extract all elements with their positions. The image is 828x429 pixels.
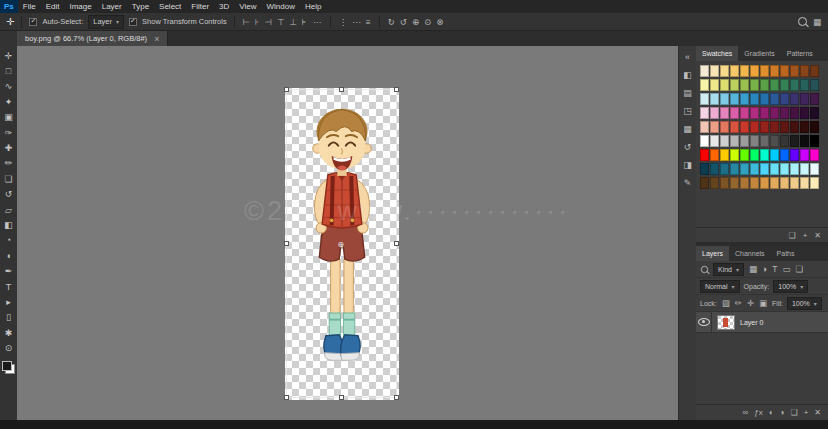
menu-item-file[interactable]: File [18, 0, 41, 13]
swatch-0-3[interactable] [730, 65, 739, 77]
path-selection-tool[interactable]: ▸ [0, 294, 17, 309]
swatch-5-2[interactable] [720, 135, 729, 147]
clone-stamp-tool[interactable]: ❏ [0, 171, 17, 186]
eraser-tool[interactable]: ▱ [0, 202, 17, 217]
distribute-icon-0[interactable]: ⋮ [338, 17, 349, 27]
swatch-1-2[interactable] [720, 79, 729, 91]
menu-item-type[interactable]: Type [127, 0, 154, 13]
swatch-7-8[interactable] [780, 163, 789, 175]
swatch-6-1[interactable] [710, 149, 719, 161]
transform-handle-top-middle[interactable] [339, 87, 344, 92]
swatch-0-5[interactable] [750, 65, 759, 77]
history-panel-icon[interactable]: ↺ [684, 142, 692, 152]
foreground-color-swatch[interactable] [2, 361, 12, 371]
swatch-3-10[interactable] [800, 107, 809, 119]
swatch-0-6[interactable] [760, 65, 769, 77]
menu-item-edit[interactable]: Edit [41, 0, 65, 13]
swatch-2-6[interactable] [760, 93, 769, 105]
menu-item-view[interactable]: View [234, 0, 261, 13]
swatch-1-10[interactable] [800, 79, 809, 91]
swatch-8-11[interactable] [810, 177, 819, 189]
color-panel-icon[interactable]: ◧ [683, 70, 692, 80]
menu-item-image[interactable]: Image [64, 0, 96, 13]
properties-panel-icon[interactable]: ▤ [683, 88, 692, 98]
swatch-0-0[interactable] [700, 65, 709, 77]
auto-select-dropdown[interactable]: Layer ▾ [88, 15, 124, 29]
canvas[interactable]: ©20·· www.············· ⊕ [17, 46, 678, 420]
tab-paths[interactable]: Paths [771, 246, 801, 261]
swatch-2-2[interactable] [720, 93, 729, 105]
marquee-tool[interactable]: □ [0, 63, 17, 78]
layer-row[interactable]: Layer 0 [696, 312, 828, 333]
brush-settings-panel-icon[interactable]: ✎ [684, 178, 692, 188]
swatch-7-5[interactable] [750, 163, 759, 175]
swatch-2-4[interactable] [740, 93, 749, 105]
swatch-2-9[interactable] [790, 93, 799, 105]
swatch-6-10[interactable] [800, 149, 809, 161]
swatch-0-2[interactable] [720, 65, 729, 77]
swatch-4-5[interactable] [750, 121, 759, 133]
swatch-0-1[interactable] [710, 65, 719, 77]
3d-mode-icon-0[interactable]: ↻ [387, 17, 396, 27]
layer-filter-icon-0[interactable]: ▦ [748, 264, 758, 274]
swatch-8-5[interactable] [750, 177, 759, 189]
menu-item-window[interactable]: Window [262, 0, 300, 13]
swatch-6-3[interactable] [730, 149, 739, 161]
swatch-8-3[interactable] [730, 177, 739, 189]
libraries-panel-icon[interactable]: ▦ [683, 124, 692, 134]
swatch-4-4[interactable] [740, 121, 749, 133]
lock-icon-1[interactable]: ✏ [734, 298, 743, 308]
menu-item-filter[interactable]: Filter [186, 0, 214, 13]
swatch-3-7[interactable] [770, 107, 779, 119]
swatch-1-9[interactable] [790, 79, 799, 91]
swatch-5-0[interactable] [700, 135, 709, 147]
layer-mask-icon[interactable]: ◐ [769, 408, 774, 417]
type-tool[interactable]: T [0, 279, 17, 294]
transform-handle-bottom-right[interactable] [394, 395, 399, 400]
align-icon-3[interactable]: ⊤ [276, 17, 285, 27]
tab-layers[interactable]: Layers [696, 246, 729, 261]
lasso-tool[interactable]: ∿ [0, 79, 17, 94]
swatch-5-1[interactable] [710, 135, 719, 147]
layer-group-icon[interactable]: ❏ [790, 408, 797, 417]
menu-item-3d[interactable]: 3D [214, 0, 234, 13]
lock-icon-3[interactable]: ▣ [758, 298, 768, 308]
swatch-1-11[interactable] [810, 79, 819, 91]
swatch-5-3[interactable] [730, 135, 739, 147]
color-swatch-control[interactable] [2, 361, 15, 374]
swatch-7-9[interactable] [790, 163, 799, 175]
swatch-7-0[interactable] [700, 163, 709, 175]
new-swatch-group-icon[interactable]: ❏ [788, 231, 795, 240]
search-icon[interactable] [798, 17, 807, 26]
shape-tool[interactable]: ▯ [0, 310, 17, 325]
hand-tool[interactable]: ✱ [0, 325, 17, 340]
new-layer-icon[interactable]: + [804, 408, 809, 417]
tab-channels[interactable]: Channels [729, 246, 771, 261]
swatch-3-5[interactable] [750, 107, 759, 119]
swatch-7-2[interactable] [720, 163, 729, 175]
show-transform-checkbox[interactable] [129, 18, 137, 26]
swatch-1-3[interactable] [730, 79, 739, 91]
3d-mode-icon-2[interactable]: ⊕ [411, 17, 420, 27]
swatch-1-1[interactable] [710, 79, 719, 91]
new-swatch-icon[interactable]: + [803, 231, 808, 240]
swatch-8-10[interactable] [800, 177, 809, 189]
more-options-icon[interactable]: ··· [312, 17, 323, 27]
tab-patterns[interactable]: Patterns [781, 46, 819, 61]
layer-name[interactable]: Layer 0 [740, 319, 763, 326]
swatch-6-7[interactable] [770, 149, 779, 161]
3d-mode-icon-4[interactable]: ⊗ [435, 17, 444, 27]
swatch-5-11[interactable] [810, 135, 819, 147]
swatch-3-11[interactable] [810, 107, 819, 119]
swatch-3-4[interactable] [740, 107, 749, 119]
swatch-7-6[interactable] [760, 163, 769, 175]
swatch-8-2[interactable] [720, 177, 729, 189]
swatch-8-6[interactable] [760, 177, 769, 189]
swatch-5-9[interactable] [790, 135, 799, 147]
menu-item-help[interactable]: Help [300, 0, 326, 13]
align-icon-5[interactable]: ⊧ [301, 17, 307, 27]
swatch-1-8[interactable] [780, 79, 789, 91]
zoom-tool[interactable]: ⊙ [0, 340, 17, 355]
swatch-6-4[interactable] [740, 149, 749, 161]
swatch-5-10[interactable] [800, 135, 809, 147]
